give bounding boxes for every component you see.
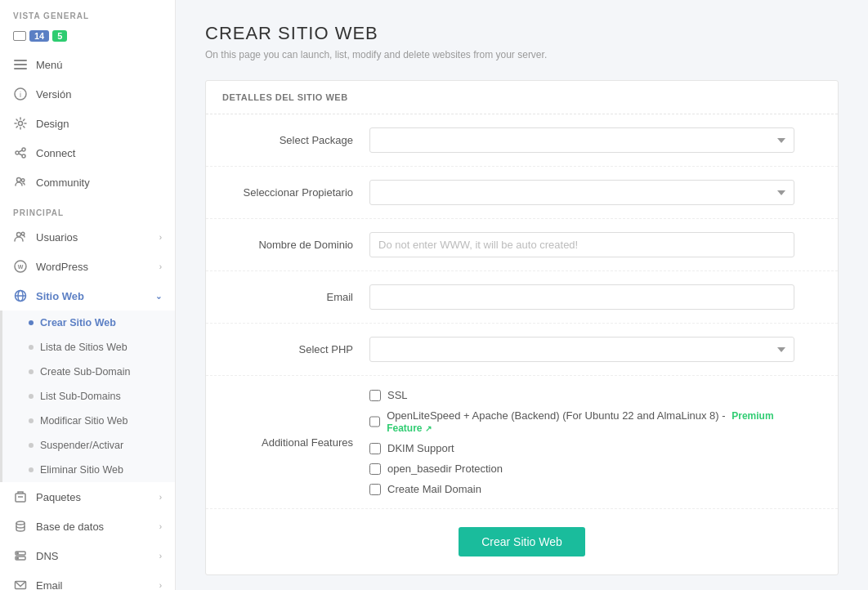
users-icon (13, 230, 28, 244)
submenu-crear-sitio-web[interactable]: Crear Sitio Web (2, 311, 175, 335)
svg-point-6 (16, 151, 19, 154)
sidebar-item-menu[interactable]: Menú (0, 50, 175, 79)
checkbox-dkim[interactable] (369, 443, 381, 454)
checkbox-open-basedir-item: open_basedir Protection (369, 463, 794, 475)
checkbox-open-basedir[interactable] (369, 463, 381, 475)
sidebar-item-base-datos[interactable]: Base de datos › (0, 512, 175, 541)
checkbox-create-mail-label: Create Mail Domain (387, 483, 481, 495)
select-php-row: Select PHP (206, 324, 838, 376)
sidebar-item-design[interactable]: Design (0, 109, 175, 138)
svg-text:i: i (20, 91, 21, 99)
sidebar-item-community[interactable]: Community (0, 168, 175, 197)
gear-icon (13, 116, 28, 131)
page-title: CREAR SITIO WEB (205, 23, 839, 44)
email-input[interactable] (369, 284, 794, 310)
submenu-create-sub-domain[interactable]: Create Sub-Domain (2, 360, 175, 384)
svg-point-12 (21, 179, 25, 182)
submenu-modificar-sitio-web[interactable]: Modificar Sitio Web (2, 409, 175, 433)
select-php-input[interactable] (369, 337, 794, 362)
seleccionar-propietario-row: Seleccionar Propietario (206, 167, 838, 219)
checkbox-ssl-label: SSL (387, 389, 408, 401)
email-wrap (369, 284, 794, 310)
nombre-dominio-row: Nombre de Dominio (206, 219, 838, 271)
select-package-input[interactable] (369, 127, 794, 153)
sidebar-item-dns-label: DNS (36, 550, 58, 562)
sidebar-item-menu-label: Menú (36, 59, 63, 71)
sidebar-item-usuarios[interactable]: Usuarios › (0, 222, 175, 252)
select-package-wrap (369, 127, 794, 153)
svg-rect-20 (16, 494, 25, 502)
main-content: CREAR SITIO WEB On this page you can lau… (176, 0, 868, 590)
seleccionar-propietario-wrap (369, 180, 794, 205)
additional-features-wrap: SSL OpenLiteSpeed + Apache (Backend) (Fo… (369, 389, 794, 495)
svg-rect-2 (14, 68, 27, 69)
svg-point-7 (22, 148, 25, 151)
sidebar-item-connect-label: Connect (36, 147, 75, 159)
submenu-modificar-sitio-web-label: Modificar Sitio Web (40, 415, 128, 427)
nombre-dominio-input[interactable] (369, 232, 794, 257)
info-icon: i (13, 87, 28, 101)
sidebar-item-design-label: Design (36, 118, 69, 130)
sidebar-item-connect[interactable]: Connect (0, 138, 175, 168)
card-section-title: DETALLES DEL SITIO WEB (206, 81, 838, 114)
submenu-list-sub-domains-label: List Sub-Domains (40, 391, 121, 402)
stat-badge-blue: 14 (29, 30, 49, 42)
sidebar-item-usuarios-label: Usuarios (36, 231, 78, 244)
sidebar-item-version-label: Versión (36, 88, 71, 101)
additional-features-label: Additional Features (222, 436, 369, 449)
usuarios-arrow-icon: › (159, 233, 162, 242)
sidebar-item-wordpress-label: WordPress (36, 261, 88, 273)
svg-line-10 (19, 154, 22, 155)
select-php-wrap (369, 337, 794, 362)
sidebar-item-email-label: Email (36, 579, 63, 591)
submenu-create-sub-domain-label: Create Sub-Domain (40, 366, 130, 378)
paquetes-arrow-icon: › (159, 493, 162, 502)
email-row: Email (206, 271, 838, 324)
sidebar-item-email[interactable]: Email › (0, 570, 175, 590)
seleccionar-propietario-input[interactable] (369, 180, 794, 205)
page-subtitle: On this page you can launch, list, modif… (205, 49, 839, 60)
connect-icon (13, 145, 28, 160)
overview-section-title: VISTA GENERAL (0, 0, 175, 25)
checkbox-ssl[interactable] (369, 390, 381, 401)
sidebar: VISTA GENERAL 14 5 Menú i Versión Design… (0, 0, 176, 590)
sidebar-item-version[interactable]: i Versión (0, 79, 175, 109)
monitor-icon (13, 31, 26, 41)
svg-point-22 (16, 521, 25, 525)
checkbox-dkim-label: DKIM Support (387, 442, 454, 454)
checkbox-openlitespeed[interactable] (369, 416, 380, 427)
email-label: Email (222, 291, 369, 303)
select-package-label: Select Package (222, 134, 369, 146)
dns-arrow-icon: › (159, 552, 162, 561)
community-icon (13, 175, 28, 190)
checkbox-ssl-item: SSL (369, 389, 794, 401)
crear-sitio-web-button[interactable]: Crear Sitio Web (459, 527, 585, 556)
sidebar-item-base-datos-label: Base de datos (36, 521, 104, 533)
svg-point-8 (22, 154, 25, 158)
external-link-icon: ↗ (425, 424, 432, 433)
globe-icon (13, 288, 28, 303)
base-datos-arrow-icon: › (159, 522, 162, 531)
submenu-lista-sitios-web-label: Lista de Sitios Web (40, 342, 128, 353)
seleccionar-propietario-label: Seleccionar Propietario (222, 186, 369, 199)
submenu-lista-sitios-web[interactable]: Lista de Sitios Web (2, 335, 175, 360)
submenu-list-sub-domains[interactable]: List Sub-Domains (2, 384, 175, 409)
svg-point-25 (17, 552, 19, 554)
submit-row: Crear Sitio Web (206, 509, 838, 574)
nombre-dominio-wrap (369, 232, 794, 257)
checkbox-create-mail[interactable] (369, 484, 381, 495)
svg-point-5 (19, 122, 23, 126)
sidebar-item-dns[interactable]: DNS › (0, 541, 175, 570)
submenu-eliminar-sitio-web-label: Eliminar Sitio Web (40, 464, 123, 476)
dns-icon (13, 548, 28, 563)
db-icon (13, 519, 28, 534)
sidebar-item-paquetes[interactable]: Paquetes › (0, 482, 175, 512)
submenu-suspender-activar[interactable]: Suspender/Activar (2, 433, 175, 458)
sidebar-item-wordpress[interactable]: W WordPress › (0, 252, 175, 281)
svg-rect-1 (14, 64, 27, 65)
sidebar-item-sitio-web[interactable]: Sitio Web ⌄ (0, 281, 175, 311)
sidebar-item-paquetes-label: Paquetes (36, 491, 81, 503)
submenu-eliminar-sitio-web[interactable]: Eliminar Sitio Web (2, 458, 175, 482)
checkbox-openlitespeed-label: OpenLiteSpeed + Apache (Backend) (For Ub… (387, 409, 794, 434)
sitio-web-submenu: Crear Sitio Web Lista de Sitios Web Crea… (0, 311, 175, 482)
